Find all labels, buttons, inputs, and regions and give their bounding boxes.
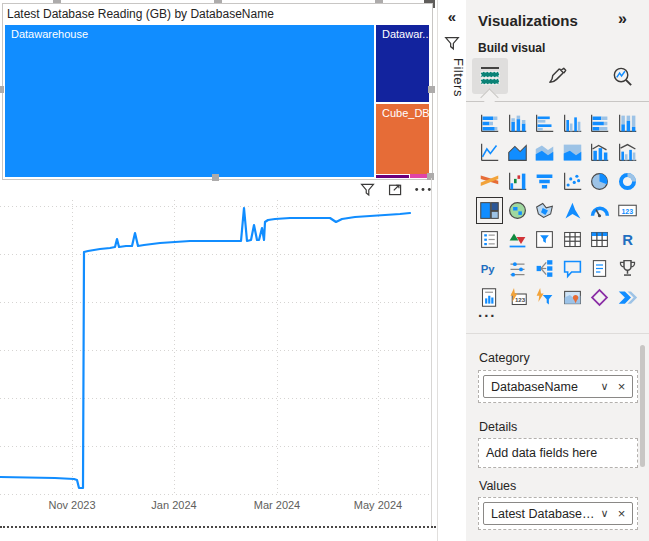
filters-funnel-icon [443, 34, 461, 56]
values-label: Values [479, 479, 516, 493]
visual-card-icon[interactable]: 123 [615, 198, 640, 223]
more-options-icon[interactable] [414, 180, 432, 198]
category-field-well[interactable]: DatabaseName ∨ × [478, 370, 638, 403]
visual-line-and-clustered-column-chart-icon[interactable] [615, 140, 640, 165]
bottom-resize-handle[interactable] [212, 174, 219, 181]
visual-line-chart-icon[interactable] [477, 140, 502, 165]
page-bottom-dotted-edge [0, 526, 436, 528]
svg-text:123: 123 [621, 208, 633, 215]
svg-text:123: 123 [514, 296, 525, 303]
pane-scrollbar[interactable] [640, 345, 645, 467]
visual-line-and-stacked-column-chart-icon[interactable] [587, 140, 612, 165]
x-axis-label: Mar 2024 [254, 499, 300, 511]
treemap-node-datawarehouse[interactable]: Datawarehouse [5, 25, 374, 177]
report-canvas: Latest Database Reading (GB) by Database… [0, 0, 437, 541]
visual-title: Latest Database Reading (GB) by Database… [7, 7, 274, 21]
visual-kpi-icon[interactable] [505, 227, 530, 252]
chevron-down-icon[interactable]: ∨ [596, 380, 613, 393]
x-axis-label: Nov 2023 [48, 499, 95, 511]
collapse-visualizations-icon[interactable]: » [618, 10, 627, 28]
visual-table-icon[interactable] [560, 227, 585, 252]
remove-field-icon[interactable]: × [613, 506, 630, 521]
visual-stacked-bar-chart-icon[interactable] [477, 111, 502, 136]
x-axis-label: May 2024 [354, 499, 402, 511]
page-right-edge [431, 178, 432, 527]
line-chart-visual[interactable]: Nov 2023 Jan 2024 Mar 2024 May 2024 [0, 198, 434, 520]
filters-pane-collapsed[interactable]: « Filters [437, 0, 467, 541]
get-more-visuals-button[interactable]: ... [478, 303, 497, 320]
visual-hundred-stacked-column-chart-icon[interactable] [615, 111, 640, 136]
values-field-well[interactable]: Latest Database Readi... ∨ × [478, 497, 638, 530]
visual-hundred-stacked-bar-chart-icon[interactable] [587, 111, 612, 136]
visual-slicer-new-icon[interactable] [532, 285, 557, 310]
category-label: Category [479, 351, 530, 365]
focus-mode-icon[interactable] [386, 180, 404, 198]
treemap-node-small-1[interactable] [376, 175, 409, 178]
visual-azure-map-icon[interactable] [560, 198, 585, 223]
visual-waterfall-chart-icon[interactable] [505, 169, 530, 194]
treemap-visual[interactable]: Latest Database Reading (GB) by Database… [2, 3, 433, 180]
visualizations-pane: Visualizations » Build visual 123RPy123 … [466, 0, 649, 541]
visual-r-script-icon[interactable]: R [615, 227, 640, 252]
visual-qa-icon[interactable] [560, 256, 585, 281]
visual-slicer-icon[interactable] [532, 227, 557, 252]
details-field-well[interactable]: Add data fields here [478, 438, 638, 468]
visual-stacked-area-chart-icon[interactable] [532, 140, 557, 165]
svg-text:R: R [622, 232, 633, 248]
visual-metrics-icon[interactable] [615, 256, 640, 281]
visual-key-influencers-icon[interactable] [505, 256, 530, 281]
visual-multi-row-card-icon[interactable] [477, 227, 502, 252]
build-visual-label: Build visual [478, 41, 545, 55]
visual-smart-narrative-icon[interactable] [587, 256, 612, 281]
field-wells-divider [466, 333, 649, 334]
x-axis-label: Jan 2024 [151, 499, 196, 511]
line-chart-plot [0, 200, 432, 500]
treemap-node-datawar[interactable]: Datawar... [376, 25, 429, 102]
visual-card-new-icon[interactable]: 123 [505, 285, 530, 310]
visual-pie-chart-icon[interactable] [587, 169, 612, 194]
visual-header-toolbar [352, 180, 432, 198]
remove-field-icon[interactable]: × [613, 379, 630, 394]
visual-donut-chart-icon[interactable] [615, 169, 640, 194]
treemap-node-cube-db[interactable]: Cube_DB [376, 104, 429, 174]
expand-filters-icon[interactable]: « [438, 8, 466, 25]
visual-gauge-icon[interactable] [587, 198, 612, 223]
right-resize-handle[interactable] [428, 86, 435, 93]
visual-scatter-chart-icon[interactable] [560, 169, 585, 194]
category-field-pill[interactable]: DatabaseName ∨ × [483, 375, 633, 398]
visual-arcgis-map-icon[interactable] [560, 285, 585, 310]
visualizations-pane-title: Visualizations [478, 12, 578, 29]
left-resize-handle[interactable] [0, 86, 4, 93]
visual-filled-map-icon[interactable] [532, 198, 557, 223]
visual-map-icon[interactable] [505, 198, 530, 223]
chevron-down-icon[interactable]: ∨ [596, 507, 613, 520]
visual-ribbon-chart-icon[interactable] [477, 169, 502, 194]
visual-funnel-chart-icon[interactable] [532, 169, 557, 194]
powerbi-report-view: Latest Database Reading (GB) by Database… [0, 0, 649, 541]
values-field-pill[interactable]: Latest Database Readi... ∨ × [483, 502, 633, 525]
visual-decomposition-tree-icon[interactable] [532, 256, 557, 281]
details-label: Details [479, 420, 517, 434]
visual-power-apps-icon[interactable] [587, 285, 612, 310]
visual-stacked-column-chart-icon[interactable] [505, 111, 530, 136]
visual-hundred-stacked-area-chart-icon[interactable] [560, 140, 585, 165]
visual-matrix-icon[interactable] [587, 227, 612, 252]
visual-treemap-icon[interactable] [477, 198, 502, 223]
svg-text:Py: Py [481, 263, 496, 275]
visual-area-chart-icon[interactable] [505, 140, 530, 165]
tab-format-visual[interactable] [540, 58, 576, 94]
visual-clustered-column-chart-icon[interactable] [560, 111, 585, 136]
filter-icon[interactable] [358, 180, 376, 198]
visual-python-icon[interactable]: Py [477, 256, 502, 281]
tab-analytics[interactable] [604, 58, 640, 94]
visual-clustered-bar-chart-icon[interactable] [532, 111, 557, 136]
visual-power-automate-icon[interactable] [615, 285, 640, 310]
visual-gallery: 123RPy123 [477, 111, 642, 314]
filters-pane-title: Filters [438, 58, 466, 97]
